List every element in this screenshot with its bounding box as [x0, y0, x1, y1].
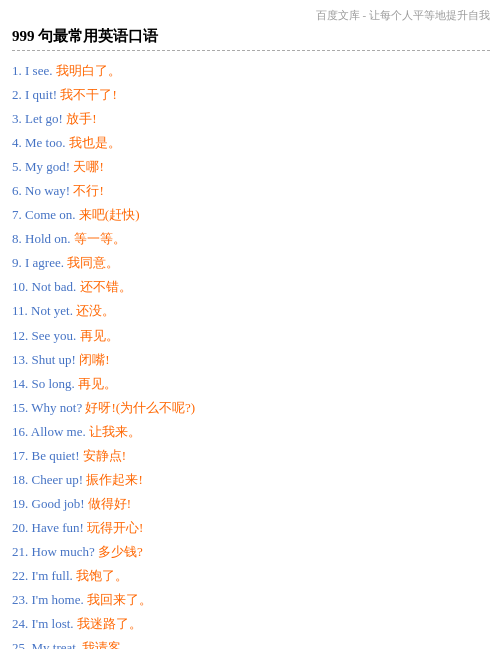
phrase-chinese: 天哪!	[73, 159, 103, 174]
phrase-chinese: 做得好!	[88, 496, 131, 511]
phrase-chinese: 玩得开心!	[87, 520, 143, 535]
phrase-number: 14.	[12, 376, 32, 391]
list-item: 20. Have fun! 玩得开心!	[12, 516, 490, 540]
phrase-chinese: 还没。	[76, 303, 115, 318]
phrase-chinese: 等一等。	[74, 231, 126, 246]
list-item: 23. I'm home. 我回来了。	[12, 588, 490, 612]
phrase-english: No way!	[25, 183, 73, 198]
watermark: 百度文库 - 让每个人平等地提升自我	[12, 8, 490, 23]
phrase-english: I agree.	[25, 255, 67, 270]
phrase-english: Me too.	[25, 135, 69, 150]
list-item: 19. Good job! 做得好!	[12, 492, 490, 516]
phrase-english: So long.	[32, 376, 79, 391]
list-item: 16. Allow me. 让我来。	[12, 420, 490, 444]
phrase-chinese: 我迷路了。	[77, 616, 142, 631]
phrase-english: My treat.	[32, 640, 83, 649]
phrase-number: 5.	[12, 159, 25, 174]
list-item: 25. My treat. 我请客。	[12, 636, 490, 649]
list-item: 15. Why not? 好呀!(为什么不呢?)	[12, 396, 490, 420]
phrase-number: 16.	[12, 424, 31, 439]
phrase-english: Let go!	[25, 111, 66, 126]
phrase-english: I'm full.	[32, 568, 77, 583]
phrase-english: I quit!	[25, 87, 60, 102]
phrase-number: 12.	[12, 328, 32, 343]
phrase-english: Allow me.	[31, 424, 89, 439]
phrase-number: 25.	[12, 640, 32, 649]
phrase-chinese: 我回来了。	[87, 592, 152, 607]
phrase-chinese: 闭嘴!	[79, 352, 109, 367]
phrase-english: My god!	[25, 159, 73, 174]
phrase-number: 20.	[12, 520, 32, 535]
phrase-english: Be quiet!	[32, 448, 83, 463]
phrase-number: 8.	[12, 231, 25, 246]
phrase-number: 4.	[12, 135, 25, 150]
page-title: 999 句最常用英语口语	[12, 27, 490, 46]
phrase-chinese: 我也是。	[69, 135, 121, 150]
phrase-number: 18.	[12, 472, 32, 487]
phrase-number: 13.	[12, 352, 32, 367]
list-item: 10. Not bad. 还不错。	[12, 275, 490, 299]
phrase-english: How much?	[32, 544, 98, 559]
list-item: 21. How much? 多少钱?	[12, 540, 490, 564]
phrase-chinese: 振作起来!	[86, 472, 142, 487]
phrase-number: 17.	[12, 448, 32, 463]
phrase-english: I'm lost.	[32, 616, 77, 631]
list-item: 18. Cheer up! 振作起来!	[12, 468, 490, 492]
phrase-chinese: 来吧(赶快)	[79, 207, 140, 222]
list-item: 13. Shut up! 闭嘴!	[12, 348, 490, 372]
phrase-chinese: 放手!	[66, 111, 96, 126]
phrase-english: Cheer up!	[32, 472, 87, 487]
phrase-number: 22.	[12, 568, 32, 583]
list-item: 1. I see. 我明白了。	[12, 59, 490, 83]
list-item: 6. No way! 不行!	[12, 179, 490, 203]
phrase-number: 19.	[12, 496, 32, 511]
phrase-number: 7.	[12, 207, 25, 222]
list-item: 3. Let go! 放手!	[12, 107, 490, 131]
phrase-number: 6.	[12, 183, 25, 198]
phrase-list: 1. I see. 我明白了。2. I quit! 我不干了!3. Let go…	[12, 59, 490, 649]
phrase-number: 10.	[12, 279, 32, 294]
phrase-chinese: 我请客。	[82, 640, 134, 649]
phrase-chinese: 再见。	[78, 376, 117, 391]
phrase-english: I see.	[25, 63, 56, 78]
list-item: 14. So long. 再见。	[12, 372, 490, 396]
phrase-chinese: 安静点!	[83, 448, 126, 463]
phrase-chinese: 让我来。	[89, 424, 141, 439]
list-item: 7. Come on. 来吧(赶快)	[12, 203, 490, 227]
list-item: 4. Me too. 我也是。	[12, 131, 490, 155]
phrase-chinese: 我明白了。	[56, 63, 121, 78]
phrase-number: 1.	[12, 63, 25, 78]
phrase-english: Not yet.	[31, 303, 76, 318]
phrase-english: Not bad.	[32, 279, 80, 294]
phrase-number: 2.	[12, 87, 25, 102]
phrase-chinese: 还不错。	[80, 279, 132, 294]
phrase-english: I'm home.	[32, 592, 87, 607]
phrase-number: 9.	[12, 255, 25, 270]
list-item: 9. I agree. 我同意。	[12, 251, 490, 275]
phrase-chinese: 好呀!(为什么不呢?)	[85, 400, 195, 415]
list-item: 24. I'm lost. 我迷路了。	[12, 612, 490, 636]
phrase-chinese: 不行!	[73, 183, 103, 198]
phrase-chinese: 多少钱?	[98, 544, 143, 559]
phrase-english: Hold on.	[25, 231, 74, 246]
list-item: 17. Be quiet! 安静点!	[12, 444, 490, 468]
phrase-english: Shut up!	[32, 352, 80, 367]
list-item: 2. I quit! 我不干了!	[12, 83, 490, 107]
phrase-english: Have fun!	[32, 520, 88, 535]
phrase-english: Why not?	[31, 400, 85, 415]
phrase-chinese: 我同意。	[67, 255, 119, 270]
phrase-number: 15.	[12, 400, 31, 415]
phrase-english: Good job!	[32, 496, 88, 511]
phrase-number: 11.	[12, 303, 31, 318]
phrase-chinese: 再见。	[80, 328, 119, 343]
phrase-chinese: 我饱了。	[76, 568, 128, 583]
phrase-number: 3.	[12, 111, 25, 126]
list-item: 11. Not yet. 还没。	[12, 299, 490, 323]
list-item: 22. I'm full. 我饱了。	[12, 564, 490, 588]
phrase-english: See you.	[32, 328, 80, 343]
list-item: 12. See you. 再见。	[12, 324, 490, 348]
list-item: 5. My god! 天哪!	[12, 155, 490, 179]
divider	[12, 50, 490, 51]
phrase-english: Come on.	[25, 207, 79, 222]
phrase-number: 21.	[12, 544, 32, 559]
